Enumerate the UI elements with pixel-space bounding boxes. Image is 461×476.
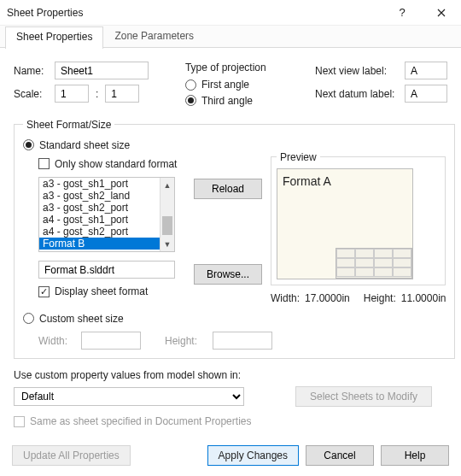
- scroll-down-icon[interactable]: ▼: [160, 237, 174, 251]
- reload-button[interactable]: Reload: [194, 179, 262, 199]
- scale-label: Scale:: [14, 88, 55, 100]
- custom-src-dropdown[interactable]: Default: [14, 387, 244, 406]
- same-as-check: Same as sheet specified in Document Prop…: [14, 415, 251, 427]
- tab-sheet-properties[interactable]: Sheet Properties: [5, 26, 103, 49]
- next-view-input[interactable]: [405, 62, 447, 79]
- listbox-scrollbar[interactable]: ▲ ▼: [160, 178, 174, 251]
- first-angle-radio[interactable]: First angle: [185, 79, 249, 91]
- list-item[interactable]: a4 - gost_sh1_port: [39, 214, 160, 226]
- only-standard-check[interactable]: Only show standard format: [38, 158, 177, 170]
- help-icon[interactable]: ?: [382, 0, 422, 26]
- custom-width-label: Width:: [38, 335, 74, 347]
- browse-button[interactable]: Browse...: [194, 264, 262, 285]
- next-datum-input[interactable]: [405, 85, 447, 103]
- list-item[interactable]: a4 - gost_sh2_port: [39, 226, 160, 238]
- format-file-input[interactable]: [38, 261, 175, 279]
- preview-height-value: 11.0000in: [401, 292, 446, 304]
- scale-num-input[interactable]: [55, 85, 89, 103]
- preview-legend: Preview: [277, 151, 320, 163]
- format-listbox[interactable]: a3 - gost_sh1_porta3 - gost_sh2_landa3 -…: [38, 177, 175, 252]
- first-angle-label: First angle: [201, 79, 249, 91]
- next-view-label: Next view label:: [315, 65, 405, 77]
- scroll-up-icon[interactable]: ▲: [160, 178, 174, 192]
- custom-height-input: [213, 332, 272, 350]
- close-icon[interactable]: [422, 0, 461, 26]
- cancel-button[interactable]: Cancel: [306, 445, 374, 466]
- preview-width-label: Width:: [271, 292, 300, 304]
- next-datum-label: Next datum label:: [315, 88, 405, 100]
- window-title: Sheet Properties: [7, 7, 382, 19]
- tabstrip: Sheet Properties Zone Parameters: [0, 26, 461, 48]
- update-all-button: Update All Properties: [12, 445, 131, 466]
- preview-width-value: 17.0000in: [305, 292, 350, 304]
- custom-src-label: Use custom property values from model sh…: [14, 369, 447, 381]
- name-label: Name:: [14, 65, 55, 77]
- custom-size-label: Custom sheet size: [39, 313, 124, 325]
- preview-image: Format A: [277, 168, 413, 279]
- list-item[interactable]: Format B: [39, 238, 160, 250]
- custom-size-radio[interactable]: Custom sheet size: [23, 313, 124, 325]
- preview-group: Preview Format A: [271, 151, 446, 285]
- sheet-format-group: Sheet Format/Size Standard sheet size On…: [14, 119, 455, 360]
- preview-title: Format A: [283, 174, 331, 188]
- third-angle-radio[interactable]: Third angle: [185, 95, 253, 107]
- select-sheets-button: Select Sheets to Modify: [295, 386, 432, 407]
- list-item[interactable]: a3 - gost_sh2_land: [39, 190, 160, 202]
- custom-height-label: Height:: [165, 335, 206, 347]
- apply-changes-button[interactable]: Apply Changes: [207, 445, 299, 466]
- standard-size-label: Standard sheet size: [39, 139, 130, 151]
- third-angle-label: Third angle: [201, 95, 253, 107]
- scale-sep: :: [96, 88, 98, 100]
- preview-height-label: Height:: [364, 292, 396, 304]
- window-titlebar: Sheet Properties ?: [0, 0, 461, 26]
- sheet-format-legend: Sheet Format/Size: [23, 119, 114, 131]
- list-item[interactable]: a3 - gost_sh1_port: [39, 178, 160, 190]
- name-input[interactable]: [55, 62, 149, 79]
- same-as-label: Same as sheet specified in Document Prop…: [30, 415, 251, 427]
- list-item[interactable]: a3 - gost_sh2_port: [39, 202, 160, 214]
- standard-size-radio[interactable]: Standard sheet size: [23, 139, 130, 151]
- tab-zone-parameters[interactable]: Zone Parameters: [103, 26, 205, 48]
- scale-den-input[interactable]: [105, 85, 139, 103]
- display-format-check[interactable]: ✓ Display sheet format: [38, 285, 148, 297]
- only-standard-label: Only show standard format: [55, 158, 177, 170]
- custom-width-input: [81, 332, 141, 350]
- projection-label: Type of projection: [185, 62, 298, 73]
- display-format-label: Display sheet format: [55, 285, 148, 297]
- help-button[interactable]: Help: [381, 445, 449, 466]
